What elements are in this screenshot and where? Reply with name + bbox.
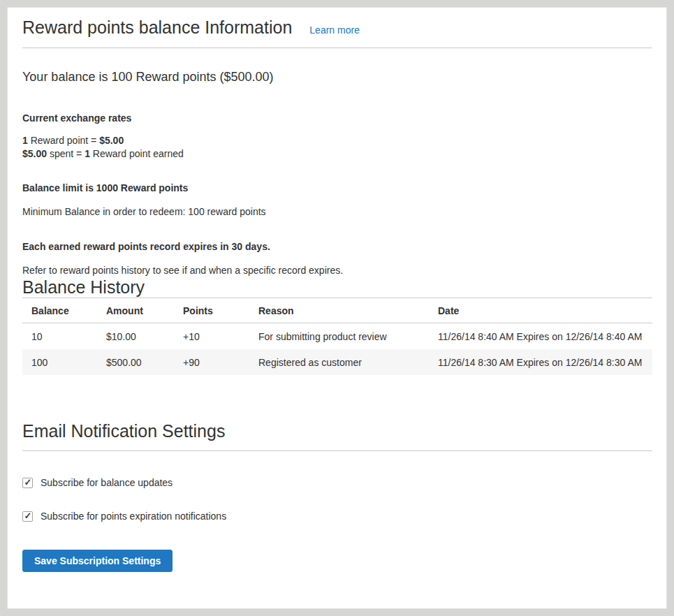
column-header-balance: Balance bbox=[22, 298, 97, 323]
balance-history-table: Balance Amount Points Reason Date 10 $10… bbox=[22, 298, 652, 375]
cell-amount: $500.00 bbox=[97, 349, 174, 375]
cell-points: +10 bbox=[174, 323, 249, 350]
reward-points-panel: Reward points balance Information Learn … bbox=[7, 7, 667, 609]
email-settings-heading: Email Notification Settings bbox=[22, 421, 652, 441]
expiration-notice: Each earned reward points record expires… bbox=[22, 240, 652, 254]
exchange-rates-heading: Current exchange rates bbox=[22, 112, 652, 125]
page-header: Reward points balance Information Learn … bbox=[22, 17, 652, 48]
minimum-balance-text: Minimum Balance in order to redeem: 100 … bbox=[22, 205, 652, 219]
column-header-reason: Reason bbox=[249, 298, 429, 323]
balance-summary: Your balance is 100 Reward points ($500.… bbox=[22, 68, 652, 86]
subscribe-expiration-label[interactable]: Subscribe for points expiration notifica… bbox=[41, 511, 226, 522]
page-title: Reward points balance Information bbox=[22, 17, 292, 38]
subscribe-expiration-row: Subscribe for points expiration notifica… bbox=[22, 511, 652, 522]
cell-balance: 100 bbox=[22, 349, 97, 375]
subscribe-expiration-checkbox[interactable] bbox=[22, 511, 33, 522]
cell-reason: For submitting product review bbox=[249, 323, 429, 350]
earn-rate-line: 1 Reward point = $5.00 bbox=[22, 135, 124, 146]
balance-history-heading: Balance History bbox=[22, 277, 652, 298]
subscribe-balance-updates-checkbox[interactable] bbox=[22, 478, 33, 488]
expiration-hint: Refer to reward points history to see if… bbox=[22, 264, 652, 277]
table-header-row: Balance Amount Points Reason Date bbox=[22, 298, 652, 323]
save-subscription-settings-button[interactable]: Save Subscription Settings bbox=[22, 550, 173, 572]
email-settings-header: Email Notification Settings bbox=[22, 421, 652, 451]
cell-points: +90 bbox=[174, 349, 249, 375]
cell-date: 11/26/14 8:40 AM Expires on 12/26/14 8:4… bbox=[429, 323, 652, 350]
column-header-points: Points bbox=[174, 298, 249, 323]
balance-limit-text: Balance limit is 1000 Reward points bbox=[22, 182, 652, 195]
column-header-amount: Amount bbox=[97, 298, 174, 323]
spend-rate-line: $5.00 spent = 1 Reward point earned bbox=[22, 148, 184, 159]
table-row: 10 $10.00 +10 For submitting product rev… bbox=[22, 323, 652, 350]
cell-date: 11/26/14 8:30 AM Expires on 12/26/14 8:3… bbox=[429, 349, 652, 375]
table-row: 100 $500.00 +90 Registered as customer 1… bbox=[22, 349, 652, 375]
column-header-date: Date bbox=[429, 298, 652, 323]
exchange-rates-lines: 1 Reward point = $5.00 $5.00 spent = 1 R… bbox=[22, 134, 652, 161]
cell-reason: Registered as customer bbox=[249, 349, 429, 375]
subscribe-balance-updates-label[interactable]: Subscribe for balance updates bbox=[41, 477, 173, 488]
learn-more-link[interactable]: Learn more bbox=[309, 24, 360, 36]
subscribe-balance-updates-row: Subscribe for balance updates bbox=[22, 477, 652, 488]
cell-amount: $10.00 bbox=[97, 323, 174, 350]
cell-balance: 10 bbox=[22, 323, 97, 350]
